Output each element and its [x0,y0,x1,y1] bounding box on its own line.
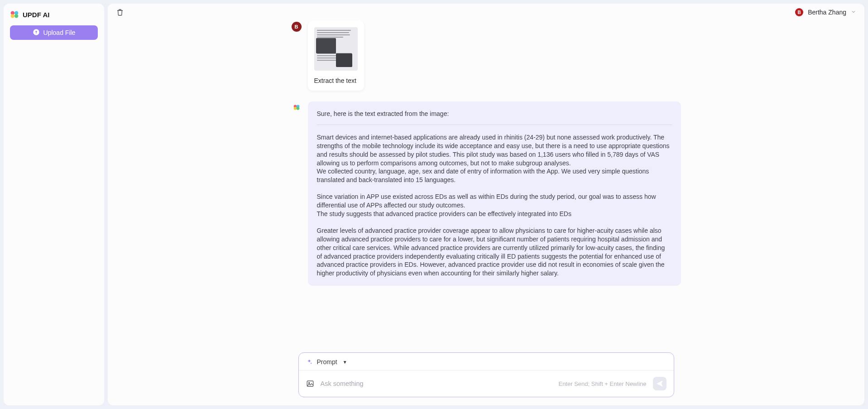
sparkle-icon [306,359,312,365]
sidebar-header: UPDF AI [10,10,98,19]
svg-point-8 [296,107,299,110]
svg-point-7 [293,107,297,110]
caret-down-icon: ▼ [343,360,347,365]
input-hint: Enter Send; Shift + Enter Newline [558,380,646,387]
ai-paragraph-3: Greater levels of advanced practice prov… [317,226,672,278]
sidebar: UPDF AI Upload File [4,4,104,405]
ai-paragraph-2: Since variation in APP use existed acros… [317,192,672,218]
prompt-selector[interactable]: Prompt ▼ [299,353,674,371]
ai-intro-text: Sure, here is the text extracted from th… [317,110,672,118]
attached-image-thumbnail[interactable] [314,27,358,71]
upload-file-button[interactable]: Upload File [10,25,98,40]
upload-label: Upload File [43,29,76,36]
user-message-card: Extract the text [308,21,364,91]
user-message-row: B Extract the text [292,21,681,91]
app-logo-icon [10,10,19,19]
user-avatar-badge: B [795,8,803,16]
divider [317,125,672,125]
input-box: Prompt ▼ Enter Send; Shift + Enter Newli… [298,352,674,397]
delete-icon[interactable] [116,8,124,16]
app-title: UPDF AI [23,11,49,19]
input-row: Enter Send; Shift + Enter Newline [299,371,674,397]
user-menu[interactable]: B Bertha Zhang [795,8,856,16]
user-name: Bertha Zhang [808,9,846,16]
svg-point-2 [11,14,14,18]
ask-input[interactable] [321,380,552,387]
svg-point-3 [14,14,18,18]
user-message-text: Extract the text [314,77,358,84]
prompt-label: Prompt [317,358,337,366]
chat-area: B Extract the text [108,21,864,347]
ai-avatar-icon [292,102,302,112]
attach-image-icon[interactable] [306,380,314,388]
chevron-down-icon [851,8,856,16]
user-avatar: B [292,22,302,32]
upload-icon [33,29,40,37]
ai-paragraph-1: Smart devices and internet-based applica… [317,133,672,184]
svg-point-10 [308,382,309,383]
topbar: B Bertha Zhang [108,4,864,21]
svg-rect-9 [307,381,313,386]
main-panel: B Bertha Zhang B Extract the [108,4,864,405]
ai-message-bubble: Sure, here is the text extracted from th… [308,101,681,286]
ai-message-row: Sure, here is the text extracted from th… [292,101,681,286]
input-zone: Prompt ▼ Enter Send; Shift + Enter Newli… [108,347,864,405]
send-button[interactable] [653,377,667,390]
